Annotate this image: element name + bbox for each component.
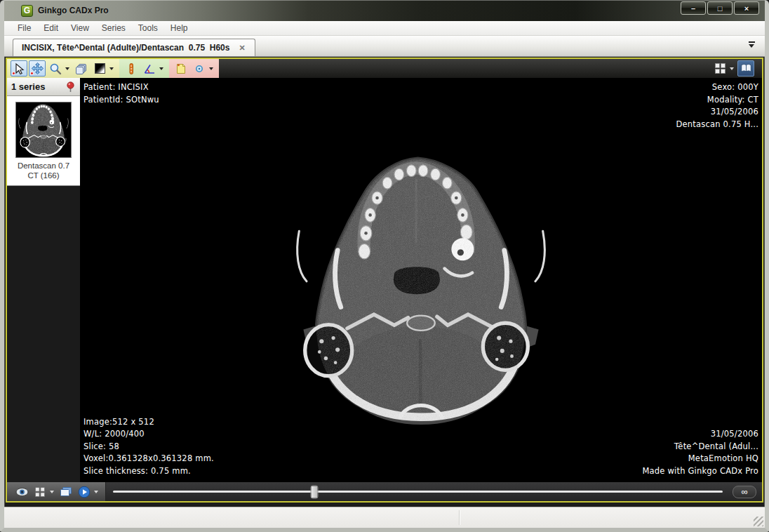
toolgroup-annotate xyxy=(169,59,219,78)
grid-layout-dropdown-icon[interactable] xyxy=(50,491,54,493)
book-icon xyxy=(740,63,752,74)
link-icon: ∞ xyxy=(741,487,747,496)
layout-grid-button[interactable] xyxy=(711,60,728,77)
overlay-slice: Slice: 58 xyxy=(83,441,214,453)
slice-slider-track[interactable] xyxy=(113,491,723,493)
menu-tools[interactable]: Tools xyxy=(132,22,164,34)
window-level-icon xyxy=(95,63,105,74)
zoom-dropdown-icon[interactable] xyxy=(65,67,69,70)
toolgroup-navigation xyxy=(7,59,119,78)
overlay-patient-id: PatientId: SOtNwu xyxy=(83,94,159,107)
overlay-image-info: Image:512 x 512 W/L: 2000/400 Slice: 58 … xyxy=(83,416,214,478)
dicom-viewport[interactable]: Patient: INCISIX PatientId: SOtNwu Sexo:… xyxy=(80,78,762,482)
play-dropdown-icon[interactable] xyxy=(94,491,98,493)
overlay-protocol: Tête^Dental (Adul... xyxy=(642,441,758,453)
series-frames-button[interactable] xyxy=(58,484,74,500)
overlay-slice-thickness: Slice thickness: 0.75 mm. xyxy=(83,465,214,478)
cine-tools xyxy=(7,482,106,501)
ruler-tool-button[interactable] xyxy=(123,60,140,77)
resize-grip-icon[interactable] xyxy=(754,517,763,526)
overlay-study-date: 31/05/2006 xyxy=(676,106,758,119)
menu-help[interactable]: Help xyxy=(164,22,194,34)
overlay-patient-name: Patient: INCISIX xyxy=(83,81,159,94)
series-header[interactable]: 1 series xyxy=(7,78,80,96)
window-title: Ginkgo CADx Pro xyxy=(38,6,109,15)
eye-icon xyxy=(15,487,29,497)
frames-icon xyxy=(60,486,72,498)
overlay-image-size: Image:512 x 512 xyxy=(83,416,214,429)
pointer-tool-button[interactable] xyxy=(11,60,27,77)
menu-bar: File Edit View Series Tools Help xyxy=(4,21,765,36)
overlay-modality: Modality: CT xyxy=(676,94,758,107)
window-level-tool-button[interactable] xyxy=(91,60,108,77)
menu-view[interactable]: View xyxy=(65,22,95,34)
maximize-button[interactable]: □ xyxy=(707,1,733,15)
overlay-study-info: Sexo: 000Y Modality: CT 31/05/2006 Denta… xyxy=(676,81,758,131)
app-window: G Ginkgo CADx Pro – □ × File Edit View S… xyxy=(0,0,769,532)
link-series-button[interactable]: ∞ xyxy=(733,486,756,498)
zoom-tool-button[interactable] xyxy=(47,60,64,77)
layout-grid-icon xyxy=(714,62,726,74)
pin-icon[interactable] xyxy=(65,81,76,93)
note-icon xyxy=(175,62,187,75)
viewer-toolbar xyxy=(7,59,762,78)
angle-icon xyxy=(143,62,156,75)
series-thumbnail[interactable] xyxy=(15,102,72,158)
overlay-institution-info: 31/05/2006 Tête^Dental (Adul... MetaEmot… xyxy=(642,428,758,477)
cine-bar: ∞ xyxy=(7,482,762,501)
tab-study[interactable]: INCISIX, Tête^Dental (Adulte)/Dentascan … xyxy=(13,39,255,56)
layout-dropdown-icon[interactable] xyxy=(730,67,734,70)
ct-image[interactable] xyxy=(284,151,558,425)
sidebar-empty-area xyxy=(7,186,80,482)
tab-list-dropdown-icon[interactable] xyxy=(749,41,755,48)
magnifier-icon xyxy=(49,62,62,75)
close-button[interactable]: × xyxy=(734,1,759,15)
play-icon xyxy=(78,486,91,498)
tab-close-icon[interactable]: ✕ xyxy=(236,44,247,53)
overlay-patient-info: Patient: INCISIX PatientId: SOtNwu xyxy=(83,81,159,106)
stack-tool-button[interactable] xyxy=(73,60,90,77)
overlay-sex: Sexo: 000Y xyxy=(676,81,758,94)
menu-file[interactable]: File xyxy=(11,22,37,34)
series-count-label: 1 series xyxy=(11,81,45,92)
app-logo-icon: G xyxy=(21,5,33,17)
series-sidebar: 1 series Dentascan 0.7 CT (166) xyxy=(7,78,80,482)
pan-tool-button[interactable] xyxy=(29,60,46,77)
marker-tool-button[interactable] xyxy=(191,60,208,77)
window-controls: – □ × xyxy=(679,1,759,15)
minimize-button[interactable]: – xyxy=(681,1,706,15)
visibility-button[interactable] xyxy=(13,484,30,500)
play-cine-button[interactable] xyxy=(76,484,93,500)
slice-slider[interactable] xyxy=(113,482,723,501)
dicom-book-button[interactable] xyxy=(737,60,754,77)
angle-dropdown-icon[interactable] xyxy=(159,67,163,70)
menu-series[interactable]: Series xyxy=(95,22,132,34)
overlay-institution: MetaEmotion HQ xyxy=(642,453,758,465)
overlay-series-desc: Dentascan 0.75 H... xyxy=(676,119,758,131)
angle-tool-button[interactable] xyxy=(141,60,158,77)
series-detail: CT (166) xyxy=(7,171,80,180)
marker-circle-icon xyxy=(194,63,205,74)
series-name: Dentascan 0.7 xyxy=(7,161,80,170)
series-thumbnail-card[interactable]: Dentascan 0.7 CT (166) xyxy=(7,96,80,186)
note-tool-button[interactable] xyxy=(173,60,189,77)
title-bar[interactable]: G Ginkgo CADx Pro – □ × xyxy=(4,0,765,21)
ruler-icon xyxy=(125,62,138,75)
tab-label: INCISIX, Tête^Dental (Adulte)/Dentascan … xyxy=(22,43,229,53)
overlay-watermark: Made with Ginkgo CADx Pro xyxy=(642,465,758,478)
status-bar xyxy=(4,507,765,528)
overlay-window-level: W/L: 2000/400 xyxy=(83,428,214,441)
toolgroup-layout xyxy=(708,59,762,78)
pointer-badge-icon xyxy=(12,72,15,75)
grid-layout-button[interactable] xyxy=(32,484,48,500)
series-view: 1 series Dentascan 0.7 CT (166) Patient:… xyxy=(6,58,763,503)
overlay-date: 31/05/2006 xyxy=(642,428,758,441)
menu-edit[interactable]: Edit xyxy=(37,22,65,34)
slice-slider-thumb[interactable] xyxy=(310,485,318,498)
status-bar-divider xyxy=(459,510,460,525)
overlay-voxel: Voxel:0.361328x0.361328 mm. xyxy=(83,453,214,465)
toolgroup-measure xyxy=(119,59,169,78)
tab-bar: INCISIX, Tête^Dental (Adulte)/Dentascan … xyxy=(4,36,765,57)
window-level-dropdown-icon[interactable] xyxy=(109,67,114,70)
marker-dropdown-icon[interactable] xyxy=(209,67,213,70)
